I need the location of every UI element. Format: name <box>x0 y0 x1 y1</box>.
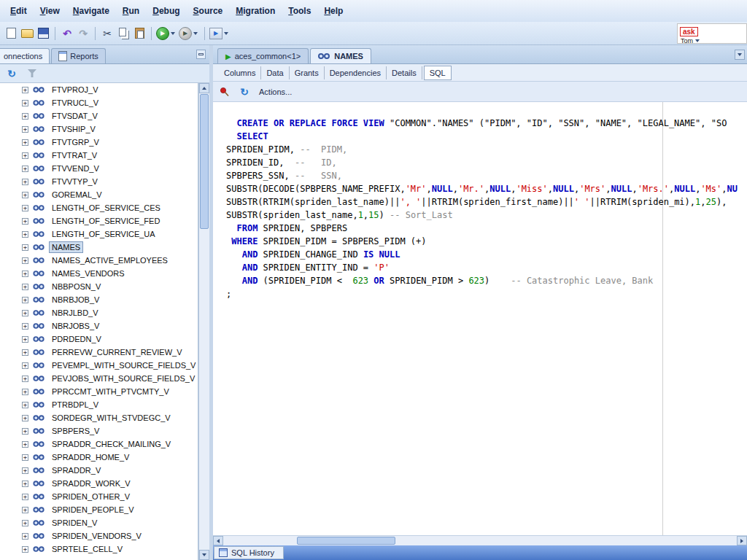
expand-icon[interactable]: + <box>22 415 28 421</box>
tree-scrollbar[interactable] <box>198 83 209 560</box>
tree-item-names-active-employees[interactable]: +NAMES_ACTIVE_EMPLOYEES <box>0 254 198 267</box>
expand-icon[interactable]: + <box>22 323 28 330</box>
scroll-down-button[interactable] <box>199 550 209 560</box>
tree-item-nbbposn-v[interactable]: +NBBPOSN_V <box>0 280 198 293</box>
expand-icon[interactable]: + <box>22 481 28 487</box>
paste-icon[interactable] <box>132 26 147 41</box>
collapse-left-panel-button[interactable] <box>196 50 206 59</box>
expand-icon[interactable]: + <box>22 100 28 106</box>
expand-icon[interactable]: + <box>22 231 28 238</box>
pin-icon[interactable] <box>220 87 230 97</box>
tree-item-nbrjlbd-v[interactable]: +NBRJLBD_V <box>0 306 198 319</box>
menu-tools[interactable]: Tools <box>282 4 317 18</box>
expand-icon[interactable]: + <box>22 271 28 277</box>
menu-migration[interactable]: Migration <box>230 4 281 18</box>
tree-item-ftvrucl-v[interactable]: +FTVRUCL_V <box>0 96 198 109</box>
tree-item-ftvship-v[interactable]: +FTVSHIP_V <box>0 122 198 136</box>
subtab-data[interactable]: Data <box>261 66 289 79</box>
tree-item-names-vendors[interactable]: +NAMES_VENDORS <box>0 267 198 280</box>
expand-icon[interactable]: + <box>22 218 28 225</box>
debug-icon[interactable]: ▶ <box>179 27 192 40</box>
doc-tab-aces-common-1-[interactable]: ▶aces_common<1> <box>217 48 309 63</box>
expand-icon[interactable]: + <box>22 441 28 448</box>
tree-item-ftvvtyp-v[interactable]: +FTVVTYP_V <box>0 175 198 188</box>
cut-icon[interactable]: ✂ <box>100 26 115 41</box>
tree-item-pevjobs-with-source-fields-v[interactable]: +PEVJOBS_WITH_SOURCE_FIELDS_V <box>0 372 198 385</box>
tree-item-goremal-v[interactable]: +GOREMAL_V <box>0 188 198 201</box>
subtab-columns[interactable]: Columns <box>219 66 261 79</box>
copy-icon[interactable] <box>116 26 131 41</box>
tree-item-ftvtgrp-v[interactable]: +FTVTGRP_V <box>0 136 198 149</box>
expand-icon[interactable]: + <box>22 87 28 93</box>
chevron-down-icon[interactable] <box>695 39 700 42</box>
tree-item-ftvproj-v[interactable]: +FTVPROJ_V <box>0 83 198 96</box>
tree-item-ftvsdat-v[interactable]: +FTVSDAT_V <box>0 109 198 122</box>
tree-item-ftvvend-v[interactable]: +FTVVEND_V <box>0 162 198 175</box>
tree-item-pprccmt-with-ptvcmty-v[interactable]: +PPRCCMT_WITH_PTVCMTY_V <box>0 385 198 398</box>
expand-icon[interactable]: + <box>22 297 28 303</box>
expand-icon[interactable]: + <box>22 139 28 146</box>
expand-icon[interactable]: + <box>22 310 28 316</box>
subtab-details[interactable]: Details <box>387 66 422 79</box>
tab-list-dropdown-button[interactable] <box>735 50 745 60</box>
expand-icon[interactable]: + <box>22 152 28 159</box>
tab-onnections[interactable]: onnections <box>0 48 50 63</box>
sql-editor[interactable]: CREATE OR REPLACE FORCE VIEW "COMMON"."N… <box>213 102 747 535</box>
actions-button[interactable]: Actions... <box>259 88 292 96</box>
menu-debug[interactable]: Debug <box>147 4 185 18</box>
tree-item-spriden-v[interactable]: +SPRIDEN_V <box>0 516 198 529</box>
hscrollbar-thumb[interactable] <box>297 537 395 545</box>
expand-icon[interactable]: + <box>22 533 28 540</box>
tree-item-spriden-vendors-v[interactable]: +SPRIDEN_VENDORS_V <box>0 529 198 542</box>
expand-icon[interactable]: + <box>22 362 28 369</box>
expand-icon[interactable]: + <box>22 179 28 185</box>
tree-item-spraddr-work-v[interactable]: +SPRADDR_WORK_V <box>0 477 198 490</box>
expand-icon[interactable]: + <box>22 244 28 251</box>
tree-item-spraddr-home-v[interactable]: +SPRADDR_HOME_V <box>0 451 198 464</box>
refresh-icon[interactable]: ↻ <box>4 66 19 81</box>
run-icon[interactable]: ▶ <box>156 27 169 40</box>
new-file-icon[interactable] <box>4 26 18 41</box>
expand-icon[interactable]: + <box>22 389 28 395</box>
scroll-right-button[interactable] <box>737 536 747 545</box>
debug-dropdown[interactable] <box>193 32 198 35</box>
menu-run[interactable]: Run <box>117 4 145 18</box>
tree-item-pevempl-with-source-fields-v[interactable]: +PEVEMPL_WITH_SOURCE_FIELDS_V <box>0 359 198 372</box>
tree-item-ftvtrat-v[interactable]: +FTVTRAT_V <box>0 149 198 162</box>
save-icon[interactable] <box>36 26 50 41</box>
tree-item-spbpers-v[interactable]: +SPBPERS_V <box>0 424 198 438</box>
expand-icon[interactable]: + <box>22 166 28 172</box>
tree-item-length-of-service-ces[interactable]: +LENGTH_OF_SERVICE_CES <box>0 201 198 214</box>
expand-icon[interactable]: + <box>22 284 28 290</box>
expand-icon[interactable]: + <box>22 520 28 526</box>
subtab-sql[interactable]: SQL <box>424 66 452 80</box>
expand-icon[interactable]: + <box>22 205 28 211</box>
scroll-up-button[interactable] <box>199 83 209 93</box>
tree-item-pdrdedn-v[interactable]: +PDRDEDN_V <box>0 332 198 346</box>
run-script-icon[interactable]: ▶ <box>209 28 222 39</box>
tree-item-length-of-service-ua[interactable]: +LENGTH_OF_SERVICE_UA <box>0 228 198 241</box>
expand-icon[interactable]: + <box>22 494 28 500</box>
doc-tab-names[interactable]: NAMES <box>310 48 371 63</box>
tree-item-spriden-people-v[interactable]: +SPRIDEN_PEOPLE_V <box>0 503 198 516</box>
sql-history-button[interactable]: SQL History <box>214 546 284 559</box>
tree-item-nbrbjob-v[interactable]: +NBRBJOB_V <box>0 293 198 306</box>
tree-item-perrevw-current-review-v[interactable]: +PERREVW_CURRENT_REVIEW_V <box>0 346 198 359</box>
expand-icon[interactable]: + <box>22 507 28 513</box>
expand-icon[interactable]: + <box>22 126 28 133</box>
expand-icon[interactable]: + <box>22 113 28 120</box>
open-folder-icon[interactable] <box>20 26 34 41</box>
tree-item-spraddr-v[interactable]: +SPRADDR_V <box>0 464 198 477</box>
tree-item-sordegr-with-stvdegc-v[interactable]: +SORDEGR_WITH_STVDEGC_V <box>0 411 198 424</box>
expand-icon[interactable]: + <box>22 467 28 474</box>
expand-icon[interactable]: + <box>22 402 28 408</box>
expand-icon[interactable]: + <box>22 349 28 356</box>
run-dropdown[interactable] <box>171 32 175 35</box>
tab-reports[interactable]: Reports <box>51 48 106 63</box>
menu-source[interactable]: Source <box>187 4 229 18</box>
editor-hscrollbar[interactable] <box>213 535 747 545</box>
run-script-dropdown[interactable] <box>224 32 228 35</box>
tree-item-ptrbdpl-v[interactable]: +PTRBDPL_V <box>0 398 198 411</box>
expand-icon[interactable]: + <box>22 336 28 343</box>
tree-item-sprtele-cell-v[interactable]: +SPRTELE_CELL_V <box>0 542 198 556</box>
